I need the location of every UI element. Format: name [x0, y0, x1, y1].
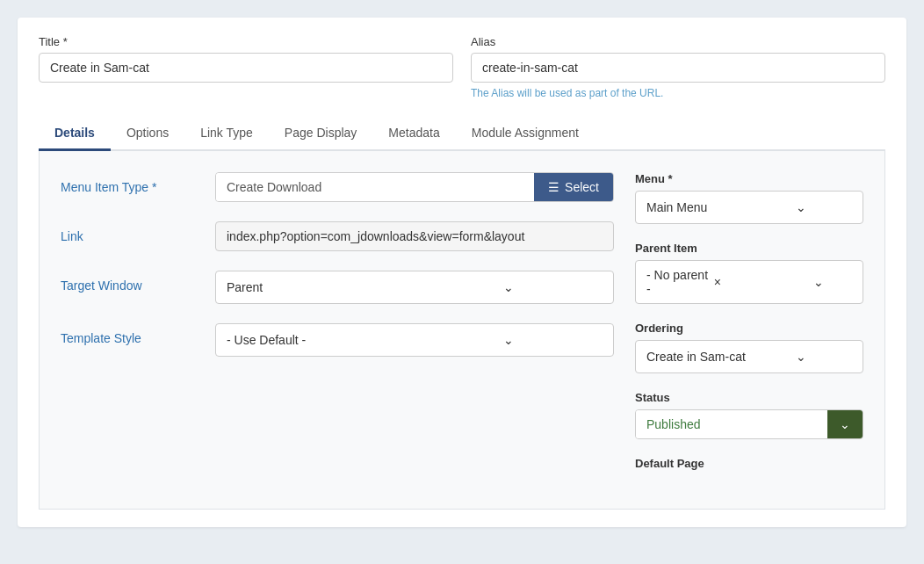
link-row: Link [61, 221, 614, 251]
alias-label: Alias [471, 35, 885, 48]
chevron-down-icon-ordering: ⌄ [749, 348, 852, 365]
chevron-down-icon-status: ⌄ [840, 417, 850, 431]
chevron-down-icon-2: ⌄ [415, 331, 603, 349]
alias-input[interactable] [471, 53, 885, 83]
target-window-control: Parent ⌄ [215, 271, 614, 304]
ordering-field-block: Ordering Create in Sam-cat ⌄ [635, 322, 863, 373]
target-window-value: Parent [227, 280, 415, 294]
chevron-down-icon-menu: ⌄ [749, 199, 852, 216]
clear-icon[interactable]: × [714, 275, 782, 289]
select-button[interactable]: ☰ Select [534, 173, 613, 201]
menu-value: Main Menu [646, 200, 749, 214]
default-page-field-block: Default Page [635, 457, 863, 470]
menu-field-block: Menu * Main Menu ⌄ [635, 172, 863, 224]
status-label: Status [635, 391, 863, 404]
tab-content-details: Menu Item Type * Create Download ☰ Selec… [39, 151, 885, 510]
title-label: Title * [39, 35, 453, 48]
title-input[interactable] [39, 53, 453, 83]
template-style-select[interactable]: - Use Default - ⌄ [215, 323, 614, 357]
ordering-label: Ordering [635, 322, 863, 335]
menu-item-type-selector[interactable]: Create Download ☰ Select [215, 172, 614, 202]
parent-item-field-block: Parent Item - No parent - × ⌄ [635, 242, 863, 304]
tab-page-display[interactable]: Page Display [269, 117, 373, 151]
status-value: Published [636, 410, 827, 438]
menu-select[interactable]: Main Menu ⌄ [635, 191, 863, 224]
template-style-value: - Use Default - [227, 333, 415, 347]
template-style-label: Template Style [61, 323, 201, 345]
chevron-down-icon: ⌄ [415, 278, 603, 296]
status-dropdown-btn[interactable]: ⌄ [827, 410, 863, 438]
target-window-select[interactable]: Parent ⌄ [215, 271, 614, 304]
list-icon: ☰ [548, 180, 559, 194]
tab-options[interactable]: Options [111, 117, 184, 151]
menu-item-type-control: Create Download ☰ Select [215, 172, 614, 202]
tab-bar: Details Options Link Type Page Display M… [39, 117, 885, 151]
parent-item-label: Parent Item [635, 242, 863, 255]
ordering-select[interactable]: Create in Sam-cat ⌄ [635, 340, 863, 373]
menu-item-type-label: Menu Item Type * [61, 172, 201, 194]
menu-item-type-row: Menu Item Type * Create Download ☰ Selec… [61, 172, 614, 202]
chevron-down-icon-parent: ⌄ [784, 273, 852, 291]
tab-module-assignment[interactable]: Module Assignment [456, 117, 595, 151]
default-page-label: Default Page [635, 457, 863, 470]
link-input[interactable] [215, 221, 614, 251]
menu-label: Menu * [635, 172, 863, 185]
ordering-value: Create in Sam-cat [646, 350, 749, 364]
target-window-label: Target Window [61, 271, 201, 293]
template-style-control: - Use Default - ⌄ [215, 323, 614, 357]
menu-item-type-value: Create Download [216, 173, 534, 201]
select-btn-label: Select [565, 180, 599, 194]
status-select[interactable]: Published ⌄ [635, 409, 863, 439]
template-style-row: Template Style - Use Default - ⌄ [61, 323, 614, 357]
link-control [215, 221, 614, 251]
tab-details[interactable]: Details [39, 117, 111, 151]
parent-item-select[interactable]: - No parent - × ⌄ [635, 260, 863, 304]
status-field-block: Status Published ⌄ [635, 391, 863, 439]
parent-item-value: - No parent - [646, 268, 714, 296]
alias-hint: The Alias will be used as part of the UR… [471, 87, 885, 99]
left-section: Menu Item Type * Create Download ☰ Selec… [61, 172, 614, 488]
tab-link-type[interactable]: Link Type [184, 117, 269, 151]
target-window-row: Target Window Parent ⌄ [61, 271, 614, 304]
right-section: Menu * Main Menu ⌄ Parent Item - No pare… [635, 172, 863, 488]
link-label: Link [61, 221, 201, 243]
tab-metadata[interactable]: Metadata [372, 117, 455, 151]
